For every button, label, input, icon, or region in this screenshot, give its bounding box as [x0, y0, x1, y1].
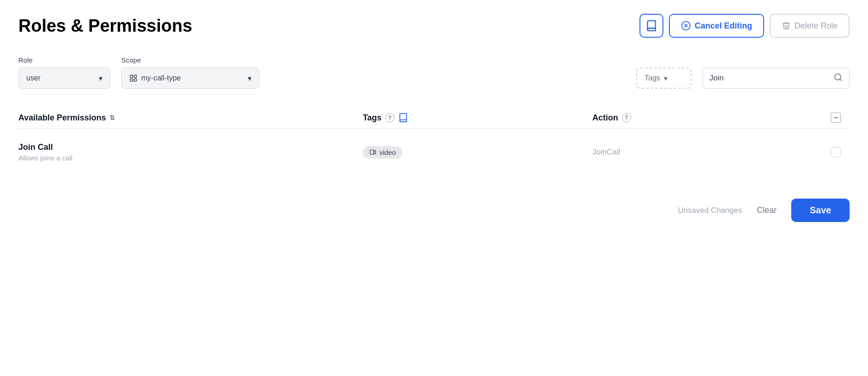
svg-rect-2 — [134, 75, 137, 77]
cancel-circle-icon — [681, 21, 691, 31]
table-row: Join Call Allows joins a call video Join… — [18, 133, 850, 171]
book-icon-button[interactable] — [640, 14, 663, 38]
cancel-editing-button[interactable]: Cancel Editing — [669, 14, 764, 38]
th-tags: Tags ? — [363, 113, 592, 123]
role-form-group: Role user ▾ — [18, 56, 110, 89]
role-select[interactable]: user ▾ — [18, 68, 110, 89]
save-button[interactable]: Save — [791, 199, 850, 222]
th-collapse: − — [822, 113, 850, 123]
action-cell: JoinCall — [593, 148, 822, 157]
tags-form-group: Tags ▾ — [636, 68, 691, 89]
svg-rect-1 — [130, 75, 132, 77]
video-tag-icon — [369, 148, 377, 156]
scope-label: Scope — [121, 56, 259, 64]
table-header: Available Permissions ⇅ Tags ? Action ? … — [18, 107, 850, 129]
form-row: Role user ▾ Scope my-call-type ▾ — [18, 56, 850, 89]
tags-help-icon[interactable]: ? — [385, 113, 394, 122]
tags-chevron-icon: ▾ — [664, 74, 668, 83]
svg-rect-4 — [134, 79, 137, 81]
scope-select[interactable]: my-call-type ▾ — [121, 68, 259, 89]
collapse-icon[interactable]: − — [831, 113, 841, 123]
scope-chevron-down-icon: ▾ — [248, 74, 251, 83]
tags-book-icon[interactable] — [398, 113, 408, 123]
tag-badge: video — [363, 146, 402, 159]
page-title: Roles & Permissions — [18, 16, 192, 36]
sort-icon[interactable]: ⇅ — [109, 114, 115, 121]
permission-checkbox[interactable] — [831, 147, 841, 157]
th-permissions: Available Permissions ⇅ — [18, 113, 363, 123]
book-icon — [645, 20, 657, 32]
search-icon — [834, 73, 843, 84]
scope-type-icon — [129, 74, 137, 82]
permission-cell: Join Call Allows joins a call — [18, 142, 363, 162]
trash-icon — [782, 21, 791, 30]
action-help-icon[interactable]: ? — [622, 113, 631, 122]
header-actions: Cancel Editing Delete Role — [640, 14, 850, 38]
permissions-table: Available Permissions ⇅ Tags ? Action ? … — [18, 107, 850, 171]
clear-button[interactable]: Clear — [753, 205, 780, 215]
search-form-group — [702, 68, 850, 89]
search-box — [702, 68, 850, 89]
chevron-down-icon: ▾ — [99, 74, 103, 83]
th-action: Action ? — [593, 113, 822, 123]
unsaved-changes-label: Unsaved Changes — [678, 206, 742, 215]
tag-cell: video — [363, 146, 592, 159]
svg-rect-6 — [370, 150, 374, 154]
role-label: Role — [18, 56, 110, 64]
search-input[interactable] — [709, 74, 830, 83]
delete-role-button[interactable]: Delete Role — [770, 14, 850, 38]
page-header: Roles & Permissions Cancel Editing De — [18, 14, 850, 38]
svg-rect-3 — [130, 79, 132, 81]
tags-dropdown[interactable]: Tags ▾ — [636, 68, 691, 89]
checkbox-cell — [822, 147, 850, 157]
footer: Unsaved Changes Clear Save — [18, 189, 850, 222]
scope-form-group: Scope my-call-type ▾ — [121, 56, 259, 89]
